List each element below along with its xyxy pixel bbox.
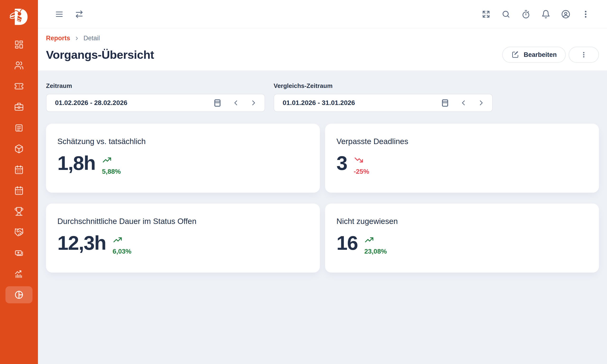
sidebar-item-reports[interactable] xyxy=(5,286,32,303)
bee-d-logo[interactable] xyxy=(8,6,30,28)
header-row: Vorgangs-Übersicht Bearbeiten xyxy=(46,47,599,63)
sidebar-item-payments[interactable] xyxy=(5,245,32,262)
kpi-card-estimate-vs-actual: Schätzung vs. tatsächlich 1,8h 5,88% xyxy=(46,124,320,193)
trophy-icon xyxy=(14,207,24,216)
page-title: Vorgangs-Übersicht xyxy=(46,48,154,61)
search-icon[interactable] xyxy=(501,10,511,19)
sidebar-item-users[interactable] xyxy=(5,57,32,74)
sidebar-item-dashboard[interactable] xyxy=(5,36,32,53)
chevron-right-icon xyxy=(74,36,80,41)
kpi-card-title: Schätzung vs. tatsächlich xyxy=(57,137,308,146)
period-range-value: 01.02.2026 - 28.02.2026 xyxy=(55,99,127,107)
banknote-icon xyxy=(14,248,24,258)
kpi-cards: Schätzung vs. tatsächlich 1,8h 5,88% Ver… xyxy=(46,124,599,273)
sidebar-item-statistics[interactable] xyxy=(5,265,32,283)
period-controls xyxy=(213,98,257,107)
comparison-controls xyxy=(441,98,485,107)
sidebar-item-notes[interactable] xyxy=(5,119,32,136)
period-label: Zeitraum xyxy=(46,82,265,90)
sidebar-item-packages[interactable] xyxy=(5,140,32,157)
sidebar xyxy=(0,0,38,364)
calendar-icon[interactable] xyxy=(441,98,449,107)
kpi-card-title: Durchschnittliche Dauer im Status Offen xyxy=(57,217,308,226)
fullscreen-icon[interactable] xyxy=(481,10,491,19)
package-icon xyxy=(14,144,24,154)
sidebar-item-projects[interactable] xyxy=(5,99,32,116)
comparison-label: Vergleichs-Zeitraum xyxy=(274,82,493,90)
timer-icon[interactable] xyxy=(521,10,531,19)
topbar-left xyxy=(54,10,84,19)
swap-icon[interactable] xyxy=(74,10,84,19)
filters: Zeitraum 01.02.2026 - 28.02.2026 xyxy=(46,82,599,112)
app-root: Reports Detail Vorgangs-Übersicht Bearbe… xyxy=(0,0,607,364)
trend-up-icon xyxy=(364,235,374,245)
trend-down-icon xyxy=(354,155,364,165)
chevron-left-icon[interactable] xyxy=(460,99,467,106)
kpi-card-value: 12,3h xyxy=(57,233,106,253)
chart-icon xyxy=(14,269,24,279)
kebab-icon[interactable] xyxy=(581,10,590,19)
topbar-right xyxy=(481,10,590,19)
sidebar-item-calendar-alt[interactable] xyxy=(5,182,32,199)
kpi-card-change: 6,03% xyxy=(113,248,131,255)
comparison-range-input[interactable]: 01.01.2026 - 31.01.2026 xyxy=(274,94,493,112)
sidebar-item-achievements[interactable] xyxy=(5,203,32,220)
handshake-icon xyxy=(14,228,24,237)
kpi-card-value: 3 xyxy=(336,153,347,173)
period-range-input[interactable]: 01.02.2026 - 28.02.2026 xyxy=(46,94,265,112)
notes-icon xyxy=(14,123,24,133)
pie-chart-icon xyxy=(14,290,24,299)
edit-button[interactable]: Bearbeiten xyxy=(502,47,566,63)
kpi-card-value: 1,8h xyxy=(57,153,95,173)
main-area: Reports Detail Vorgangs-Übersicht Bearbe… xyxy=(38,0,607,364)
breadcrumb: Reports Detail xyxy=(46,35,599,42)
bell-icon[interactable] xyxy=(541,10,551,19)
calendar-alt-icon xyxy=(14,186,24,195)
ticket-icon xyxy=(14,81,24,91)
kpi-card-title: Nicht zugewiesen xyxy=(336,217,588,226)
kpi-card-unassigned: Nicht zugewiesen 16 23,08% xyxy=(325,204,599,273)
topbar xyxy=(38,0,607,28)
chevron-right-icon[interactable] xyxy=(477,99,485,106)
sidebar-item-partners[interactable] xyxy=(5,224,32,241)
kpi-card-change: -25% xyxy=(354,168,369,175)
trend-up-icon xyxy=(113,235,123,245)
sidebar-item-tickets[interactable] xyxy=(5,78,32,95)
filter-comparison: Vergleichs-Zeitraum 01.01.2026 - 31.01.2… xyxy=(274,82,493,112)
page-header: Reports Detail Vorgangs-Übersicht Bearbe… xyxy=(38,28,607,70)
page-more-button[interactable] xyxy=(568,47,599,63)
briefcase-icon xyxy=(14,102,24,112)
kpi-card-title: Verpasste Deadlines xyxy=(336,137,588,146)
breadcrumb-reports-link[interactable]: Reports xyxy=(46,35,70,42)
header-actions: Bearbeiten xyxy=(502,47,599,63)
chevron-left-icon[interactable] xyxy=(232,99,239,106)
sidebar-item-calendar[interactable] xyxy=(5,161,32,178)
kpi-card-change: 23,08% xyxy=(364,248,387,255)
chevron-right-icon[interactable] xyxy=(250,99,257,106)
edit-pencil-icon xyxy=(511,51,519,59)
kpi-card-missed-deadlines: Verpasste Deadlines 3 -25% xyxy=(325,124,599,193)
sidebar-nav xyxy=(5,36,32,303)
user-icon[interactable] xyxy=(561,10,570,19)
filter-period: Zeitraum 01.02.2026 - 28.02.2026 xyxy=(46,82,265,112)
content: Zeitraum 01.02.2026 - 28.02.2026 xyxy=(38,70,607,364)
kpi-card-change: 5,88% xyxy=(102,168,121,175)
users-icon xyxy=(14,61,24,70)
kpi-card-value: 16 xyxy=(336,233,357,253)
edit-button-label: Bearbeiten xyxy=(524,51,557,59)
comparison-range-value: 01.01.2026 - 31.01.2026 xyxy=(283,99,355,107)
dashboard-icon xyxy=(14,40,24,49)
calendar-icon xyxy=(14,165,24,174)
breadcrumb-current: Detail xyxy=(83,35,100,42)
kpi-card-avg-open-duration: Durchschnittliche Dauer im Status Offen … xyxy=(46,204,320,273)
calendar-icon[interactable] xyxy=(213,98,222,107)
trend-up-icon xyxy=(102,155,112,165)
menu-icon[interactable] xyxy=(54,10,64,19)
kebab-icon xyxy=(580,51,587,58)
